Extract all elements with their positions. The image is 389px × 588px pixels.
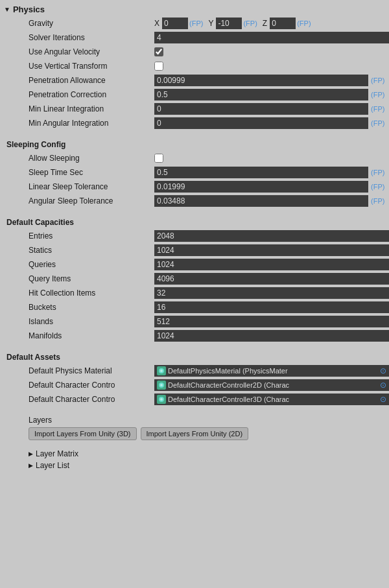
sleeping-config-title: Sleeping Config [0,136,65,150]
gravity-y-input[interactable] [216,18,242,29]
physics-section-header[interactable]: ▼ Physics [0,3,389,16]
use-angular-velocity-row: Use Angular Velocity [0,45,389,59]
penetration-correction-value: (FP) [154,89,389,100]
min-angular-integration-input[interactable] [154,117,368,129]
layer-list-row[interactable]: ▶ Layer List [0,460,389,471]
sleep-time-sec-value: (FP) [154,167,389,178]
solver-iterations-value [154,32,389,43]
statics-input[interactable] [154,244,389,256]
queries-row: Queries [0,257,389,272]
hit-collection-items-label: Hit Collection Items [0,288,154,298]
default-physics-material-text: DefaultPhysicsMaterial (PhysicsMater [168,367,379,375]
penetration-allowance-fp: (FP) [371,76,389,84]
penetration-allowance-input[interactable] [154,75,368,86]
queries-input[interactable] [154,259,389,270]
query-items-row: Query Items [0,272,389,286]
gravity-inputs: X (FP) Y (FP) Z (FP) [154,18,389,29]
sleep-time-sec-label: Sleep Time Sec [0,168,154,177]
angular-sleep-tolerance-value: (FP) [154,195,389,207]
import-layers-3d-button[interactable]: Import Layers From Unity (3D) [29,427,137,440]
min-linear-integration-fp: (FP) [371,105,389,113]
entries-input[interactable] [154,230,389,242]
use-vertical-transform-label: Use Vertical Transform [0,62,154,71]
linear-sleep-tolerance-fp: (FP) [371,183,389,191]
use-vertical-transform-row: Use Vertical Transform [0,59,389,73]
gravity-y-fp: (FP) [243,19,257,27]
default-character-controller-2d-label: Default Character Contro [0,381,154,390]
manifolds-value [154,330,389,342]
angular-sleep-tolerance-input[interactable] [154,195,368,207]
default-character-controller-3d-value[interactable]: DefaultCharacterController3D (Charac ⊙ [154,394,389,405]
layer-list-label: Layer List [36,461,69,470]
sleep-time-sec-fp: (FP) [371,169,389,176]
hit-collection-items-value [154,287,389,299]
svg-point-8 [160,398,163,401]
manifolds-input[interactable] [154,330,389,342]
default-physics-material-value[interactable]: DefaultPhysicsMaterial (PhysicsMater ⊙ [154,365,389,377]
buckets-row: Buckets [0,300,389,314]
physics-title: Physics [13,5,45,14]
default-character-controller-3d-label: Default Character Contro [0,395,154,404]
sleeping-config-section: Sleeping Config [0,135,389,151]
physics-arrow: ▼ [4,6,10,13]
default-character-controller-2d-value[interactable]: DefaultCharacterController2D (Charac ⊙ [154,379,389,391]
penetration-correction-row: Penetration Correction (FP) [0,88,389,102]
allow-sleeping-checkbox[interactable] [154,154,163,163]
allow-sleeping-value [154,154,389,163]
islands-row: Islands [0,314,389,329]
linear-sleep-tolerance-input[interactable] [154,181,368,193]
linear-sleep-tolerance-value: (FP) [154,181,389,193]
min-linear-integration-row: Min Linear Integration (FP) [0,102,389,116]
queries-value [154,259,389,270]
z-label: Z [263,19,267,28]
layers-label: Layers [29,416,360,425]
allow-sleeping-label: Allow Sleeping [0,154,154,163]
sleep-time-sec-input[interactable] [154,167,368,178]
solver-iterations-label: Solver Iterations [0,33,154,42]
manifolds-label: Manifolds [0,331,154,340]
query-items-input[interactable] [154,273,389,285]
penetration-allowance-label: Penetration Allowance [0,76,154,85]
hit-collection-items-row: Hit Collection Items [0,286,389,300]
use-vertical-transform-checkbox[interactable] [154,62,163,71]
min-angular-integration-label: Min Angular Integration [0,119,154,128]
min-linear-integration-value: (FP) [154,103,389,115]
statics-value [154,244,389,256]
use-angular-velocity-value [154,47,389,56]
use-angular-velocity-checkbox[interactable] [154,47,163,56]
min-angular-integration-row: Min Angular Integration (FP) [0,116,389,130]
hit-collection-items-input[interactable] [154,287,389,299]
import-layers-2d-button[interactable]: Import Layers From Unity (2D) [141,427,249,440]
default-physics-material-label: Default Physics Material [0,366,154,375]
buckets-value [154,301,389,313]
default-capacities-title: Default Capacities [0,214,74,228]
default-physics-material-row: Default Physics Material DefaultPhysicsM… [0,364,389,378]
islands-value [154,316,389,327]
gravity-x-input[interactable] [162,18,188,29]
use-vertical-transform-value [154,62,389,71]
default-assets-title: Default Assets [0,349,60,363]
islands-input[interactable] [154,316,389,327]
default-assets-section: Default Assets [0,348,389,364]
character-controller-3d-icon [157,395,166,404]
manifolds-row: Manifolds [0,329,389,343]
min-linear-integration-input[interactable] [154,103,368,115]
min-angular-integration-value: (FP) [154,117,389,129]
solver-iterations-input[interactable] [154,32,389,43]
sleep-time-sec-row: Sleep Time Sec (FP) [0,165,389,180]
default-character-controller-3d-text: DefaultCharacterController3D (Charac [168,395,379,403]
physics-panel: ▼ Physics Gravity X (FP) Y (FP) Z (FP) S… [0,0,389,474]
buckets-input[interactable] [154,301,389,313]
linear-sleep-tolerance-label: Linear Sleep Tolerance [0,182,154,191]
penetration-correction-fp: (FP) [371,91,389,99]
svg-point-2 [160,370,163,372]
gravity-z-input[interactable] [270,18,296,29]
penetration-correction-input[interactable] [154,89,368,100]
layer-matrix-row[interactable]: ▶ Layer Matrix [0,448,389,460]
query-items-value [154,273,389,285]
penetration-allowance-value: (FP) [154,75,389,86]
y-label: Y [208,19,213,28]
layer-matrix-arrow: ▶ [29,451,33,457]
min-linear-integration-label: Min Linear Integration [0,104,154,113]
islands-label: Islands [0,317,154,326]
